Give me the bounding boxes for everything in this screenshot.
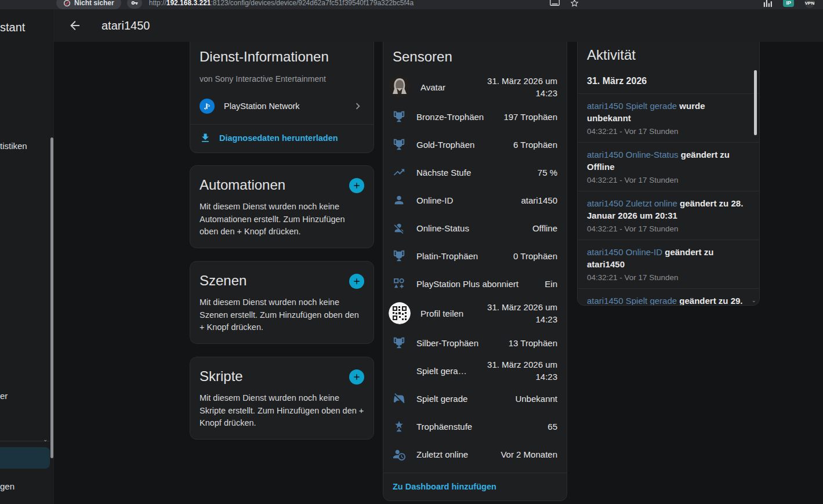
scenes-empty-text: Mit diesem Dienst wurden noch keine Szen… [200,296,364,334]
entity-link[interactable]: atari1450 Spielt gerade [587,296,677,306]
extensions-bars-icon[interactable] [763,0,773,7]
entity-link[interactable]: atari1450 Zuletzt online [587,198,677,208]
download-diagnostics-link[interactable]: Diagnosedaten herunterladen [200,125,364,153]
keyboard-icon[interactable] [550,0,579,8]
password-key-button[interactable] [127,0,142,9]
add-script-button[interactable] [349,369,364,385]
sensor-label: PlayStation Plus abonniert [416,279,545,289]
sensor-value: Offline [532,222,557,234]
scenes-card: Szenen Mit diesem Dienst wurden noch kei… [190,261,374,344]
scenes-title: Szenen [200,273,246,289]
entry-time: 04:32:21 - Vor 17 Stunden [587,176,750,184]
logbook-entry: atari1450 Online-ID geändert zu atari145… [578,240,759,289]
sensor-label: Silber-Trophäen [416,338,509,348]
back-arrow-button[interactable] [68,19,82,32]
sensor-label: Bronze-Trophäen [416,112,503,122]
playstation-logo-icon [200,99,215,114]
sensor-row-platinum-trophies[interactable]: Platin-Trophäen 0 Trophäen [393,242,557,270]
add-scene-button[interactable] [349,274,364,289]
sensor-value: 197 Trophäen [503,111,557,123]
sensor-row-now-playing[interactable]: Spielt gerade Unbekannt [393,385,557,412]
scripts-empty-text: Mit diesem Dienst wurden noch keine Skri… [200,392,364,430]
sensor-label: Online-Status [416,223,532,233]
sensor-value: 6 Trophäen [513,139,557,151]
trophy-icon [393,336,407,349]
entry-time: 04:32:21 - Vor 17 Stunden [587,224,750,233]
sensors-card: Sensoren Avatar 31. März 2026 um 14:23 B… [383,42,567,501]
trending-up-icon [393,166,407,179]
sensor-value: 31. März 2026 um 14:23 [470,301,557,325]
sensor-value: 75 % [538,166,557,179]
activity-title: Aktivität [587,42,750,63]
sensor-row-online-status[interactable]: Online-Status Offline [393,214,557,242]
sensor-row-silver-trophies[interactable]: Silber-Trophäen 13 Trophäen [393,329,557,357]
scripts-card: Skripte Mit diesem Dienst wurden noch ke… [190,357,374,440]
sidebar-item-settings[interactable]: gen [0,481,14,491]
activity-scrollbar[interactable] [754,70,757,135]
service-info-card: Dienst-Informationen von Sony Interactiv… [190,42,374,153]
service-info-subtitle: von Sony Interactive Entertainment [200,74,364,84]
controller-off-icon [393,392,407,405]
sensor-value: 13 Trophäen [509,337,557,349]
page-header: atari1450 [54,9,823,42]
sidebar-item-statistics[interactable]: tistiken [0,141,27,151]
sensor-value: Unbekannt [515,393,557,405]
logbook-entry: atari1450 Online-Status geändert zu Offl… [578,143,759,191]
profile-avatar[interactable]: VPN [804,0,815,8]
sensor-row-share-profile[interactable]: Profil teilen 31. März 2026 um 14:23 [393,298,557,329]
sensor-label: Profil teilen [420,309,470,318]
sensor-row-gold-trophies[interactable]: Gold-Trophäen 6 Trophäen [393,130,557,158]
logbook-entry: atari1450 Zuletzt online geändert zu 28.… [578,191,759,240]
entity-link[interactable]: atari1450 Online-ID [587,247,662,257]
url-text[interactable]: http://192.168.3.221:8123/config/devices… [149,0,414,7]
sensor-row-bronze-trophies[interactable]: Bronze-Trophäen 197 Trophäen [393,103,557,130]
app-title-fragment: stant [0,21,25,34]
security-badge[interactable]: Nicht sicher [56,0,121,9]
sidebar-item-developer[interactable]: er [0,391,8,401]
sensor-row-last-online[interactable]: Zuletzt online Vor 2 Monaten [393,440,557,468]
logbook-entry: atari1450 Spielt gerade wurde unbekannt … [578,94,759,143]
sidebar-scrollbar[interactable] [50,137,53,458]
sensor-row-ps-plus[interactable]: PlayStation Plus abonniert Ein [393,270,557,298]
sensor-row-next-level[interactable]: Nächste Stufe 75 % [393,158,557,186]
sensor-label: Gold-Trophäen [416,140,513,150]
sensor-row-online-id[interactable]: Online-ID atari1450 [393,186,557,214]
sensor-row-now-playing-media[interactable]: Spielt gera… 31. März 2026 um 14:23 [393,357,557,385]
scripts-title: Skripte [200,368,243,385]
sensor-row-avatar[interactable]: Avatar 31. März 2026 um 14:23 [393,71,557,103]
qr-code-image [389,302,411,324]
sidebar-item-selected[interactable] [0,447,50,469]
sensor-label: Trophäenstufe [416,422,548,432]
entity-link[interactable]: atari1450 Online-Status [587,150,679,159]
sensor-value: 65 [548,420,557,433]
sensor-value: Vor 2 Monaten [501,448,557,461]
download-link-label: Diagnosedaten herunterladen [219,133,338,143]
entity-link[interactable]: atari1450 Spielt gerade [587,101,677,111]
device-page-content: Dienst-Informationen von Sony Interactiv… [54,42,823,504]
account-icon [393,194,407,206]
add-automation-button[interactable] [349,178,364,193]
entry-time: 04:32:21 - Vor 17 Stunden [587,127,750,136]
sensor-row-trophy-level[interactable]: Trophäenstufe 65 [393,412,557,440]
trophy-icon [393,110,407,123]
trophy-icon [393,138,407,151]
sensor-label: Avatar [420,82,470,92]
sensor-label: Spielt gera… [416,366,470,376]
browser-address-bar: Nicht sicher http://192.168.3.221:8123/c… [0,0,823,9]
trophy-icon [393,249,407,262]
chevron-right-icon [351,100,364,113]
add-to-dashboard-link[interactable]: Zu Dashboard hinzufügen [393,473,557,501]
page-title: atari1450 [101,19,150,32]
integration-row[interactable]: PlayStation Network [200,94,364,118]
bookmark-star-icon [570,0,579,8]
sensor-label: Platin-Trophäen [416,251,513,261]
scroll-down-icon[interactable]: ⌄ [752,297,756,303]
avatar-image [389,76,411,98]
key-icon [131,0,138,6]
chevron-down-icon[interactable]: ⌄ [43,436,48,443]
sensors-title: Sensoren [393,42,557,65]
account-off-icon [393,222,407,234]
sensor-value: 31. März 2026 um 14:23 [470,358,557,383]
extension-badge[interactable]: IP [783,0,794,7]
activity-date-header: 31. März 2026 [587,76,750,93]
